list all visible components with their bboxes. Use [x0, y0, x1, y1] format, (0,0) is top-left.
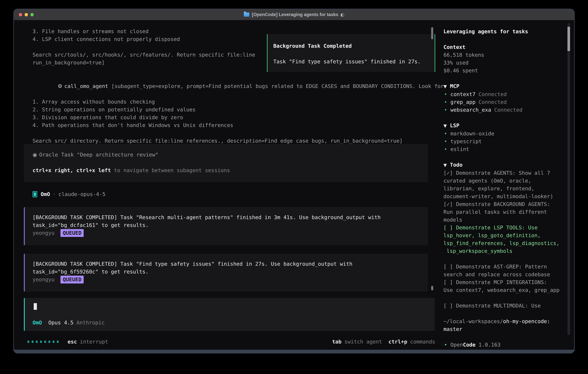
spinner-dot: [40, 341, 42, 343]
todo-header[interactable]: ▼Todo: [443, 161, 565, 169]
spinner-dot: [28, 341, 29, 343]
toast-title: Background Task Completed: [273, 42, 435, 50]
mcp-item-context7: •context7Connected: [443, 90, 565, 98]
input-agent-name: OmO: [32, 320, 42, 326]
spinner-dot: [57, 341, 59, 343]
background-task-message: [BACKGROUND TASK COMPLETED] Task "Find t…: [24, 254, 428, 291]
tool-call-block: ⚙call_omo_agent [subagent_type=explore, …: [32, 74, 444, 145]
lsp-item-markdown-oxide: •markdown-oxide: [443, 130, 565, 137]
context-section: Context 66,518 tokens 33% used $0.46 spe…: [443, 43, 565, 74]
status-badge: QUEUED: [61, 276, 84, 283]
tab-key-label: switch agent: [344, 338, 382, 346]
agent-model: claude-opus-4-5: [58, 190, 105, 198]
status-bar: esc interrupt tab switch agent ctrl+p co…: [28, 338, 435, 346]
mcp-section: ▼MCP •context7Connected •grep_appConnect…: [443, 82, 565, 114]
mcp-item-websearch-exa: •websearch_exaConnected: [443, 106, 565, 114]
context-header: Context: [443, 43, 565, 51]
status-badge: QUEUED: [61, 229, 84, 237]
lsp-header[interactable]: ▼LSP: [443, 122, 565, 130]
context-stats: 66,518 tokens 33% used $0.46 spent: [443, 51, 565, 74]
spinner-dot: [48, 341, 50, 343]
lsp-item-eslint: •eslint: [443, 145, 565, 153]
bullet-icon: •: [444, 98, 447, 106]
chevron-down-icon: ▼: [443, 161, 450, 169]
agent-square-icon: [32, 191, 37, 197]
status-dot-icon: •: [444, 341, 447, 349]
text-cursor: [34, 303, 37, 310]
background-task-toast[interactable]: Background Task Completed Task "Find typ…: [267, 34, 435, 72]
message-author: yeongyu: [32, 230, 54, 236]
main-scrollbar-thumb[interactable]: [431, 27, 433, 39]
agent-header: OmO · claude-opus-4-5: [32, 190, 105, 198]
todo-item-agents: [✓] Demonstrate AGENTS: Show all 7 curat…: [443, 169, 565, 200]
lsp-item-typescript: •typescript: [443, 137, 565, 145]
version-number: 1.0.163: [478, 342, 501, 348]
close-button[interactable]: [19, 13, 22, 16]
input-model-row: OmOOpus 4.5Anthropic: [32, 319, 435, 327]
oracle-task-title: Oracle Task "Deep architecture review": [39, 152, 158, 158]
tab-key-hint: tab: [332, 338, 341, 346]
terminal-content: 3. File handles or streams not closed 4.…: [14, 20, 574, 349]
todo-section: ▼Todo [✓] Demonstrate AGENTS: Show all 7…: [443, 161, 565, 310]
scrollback-text: 3. File handles or streams not closed 4.…: [32, 28, 255, 67]
main-scrollbar-thumb-bottom[interactable]: [431, 286, 433, 291]
esc-key-label: interrupt: [80, 338, 108, 346]
tool-call-body: 1. Array access without bounds checking …: [32, 98, 444, 145]
session-title: Leveraging agents for tasks: [443, 28, 565, 35]
folder-icon: [244, 13, 249, 17]
spinner-dot: [32, 341, 33, 343]
message-author: yeongyu: [32, 277, 54, 282]
progress-circle-icon: ◐: [340, 12, 344, 17]
title-bar: [OpenCode] Leveraging agents for tasks ◐: [14, 9, 574, 20]
spinner-dot: [36, 341, 38, 343]
ctrl-p-key-label: commands: [410, 338, 435, 346]
todo-item-ast-grep: [ ] Demonstrate AST-GREP: Pattern search…: [443, 263, 565, 278]
bullet-icon: •: [444, 130, 447, 137]
message-body: [BACKGROUND TASK COMPLETED] Task "Resear…: [32, 213, 424, 229]
esc-key-hint: esc: [68, 338, 77, 346]
spinner-dot: [53, 341, 54, 343]
todo-item-background-agents: [✓] Demonstrate BACKGROUND AGENTS: Run p…: [443, 200, 565, 224]
shortcut-ctrl-x-right: ctrl+x right,: [32, 167, 73, 173]
input-provider-name: Anthropic: [76, 320, 105, 326]
prompt-input[interactable]: OmOOpus 4.5Anthropic: [24, 298, 435, 331]
agent-name: OmO: [41, 190, 50, 198]
traffic-lights: [19, 9, 34, 20]
background-task-message: [BACKGROUND TASK COMPLETED] Task "Resear…: [24, 207, 428, 245]
todo-item-mcp-integrations: [ ] Demonstrate MCP INTEGRATIONS: Use co…: [443, 278, 565, 294]
window-title: [OpenCode] Leveraging agents for tasks: [252, 12, 338, 17]
tool-call-name: call_omo_agent: [64, 83, 108, 89]
toast-body: Task "Find type safety issues" finished …: [273, 58, 435, 65]
workspace-path: ~/local-workspaces/oh-my-opencode: maste…: [443, 317, 565, 333]
lsp-section: ▼LSP •markdown-oxide •typescript •eslint: [443, 122, 565, 153]
minimize-button[interactable]: [25, 13, 28, 16]
oracle-task-panel: ◉Oracle Task "Deep architecture review" …: [24, 144, 428, 182]
shortcut-ctrl-x-left: ctrl+x left: [76, 167, 111, 173]
bullet-icon: •: [444, 145, 447, 153]
todo-item-lsp-tools: [ ] Demonstrate LSP TOOLS: Use lsp_hover…: [443, 224, 565, 255]
ctrl-p-key-hint: ctrl+p: [388, 338, 407, 346]
spinner-dot: [44, 341, 46, 343]
zoom-button[interactable]: [30, 13, 34, 16]
bullet-icon: •: [444, 106, 447, 114]
app-window: [OpenCode] Leveraging agents for tasks ◐…: [13, 9, 575, 353]
mcp-header[interactable]: ▼MCP: [443, 82, 565, 90]
bullet-icon: •: [444, 137, 447, 145]
sidebar-scrollbar-thumb[interactable]: [567, 27, 570, 51]
sidebar-scrollbar-track[interactable]: [567, 23, 570, 335]
shortcut-hint-text: to navigate between subagent sessions: [111, 167, 230, 173]
message-body: [BACKGROUND TASK COMPLETED] Task "Find t…: [32, 260, 424, 276]
chevron-down-icon: ▼: [443, 122, 450, 130]
todo-item-multimodal: [ ] Demonstrate MULTIMODAL: Use: [443, 302, 565, 310]
sidebar: Leveraging agents for tasks Context 66,5…: [441, 28, 565, 349]
bullet-icon: •: [444, 90, 447, 98]
input-model-name: Opus 4.5: [48, 320, 73, 326]
opencode-version-line: •OpenCode1.0.163: [443, 341, 565, 349]
oracle-session-icon: ◉: [32, 151, 39, 159]
gear-icon: ⚙: [58, 82, 64, 90]
tool-call-args: [subagent_type=explore, prompt=Find pote…: [108, 83, 444, 89]
separator-dot: ·: [53, 190, 56, 198]
working-spinner-dots: [28, 341, 59, 343]
chevron-down-icon: ▼: [443, 83, 450, 90]
mcp-item-grep-app: •grep_appConnected: [443, 98, 565, 106]
